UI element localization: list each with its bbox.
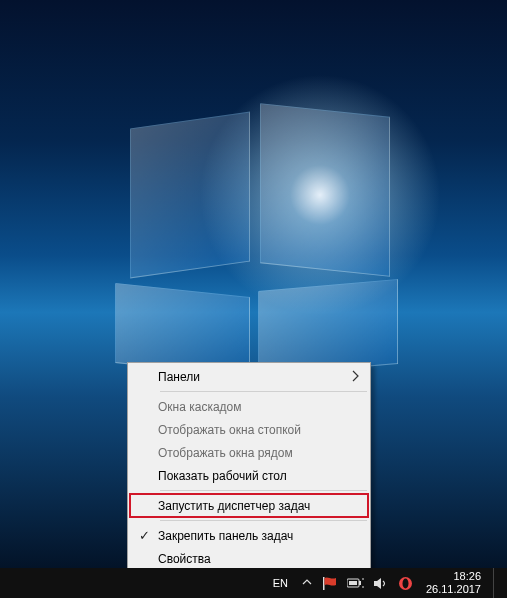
menu-item-label: Отображать окна стопкой bbox=[158, 423, 344, 437]
volume-icon[interactable] bbox=[372, 575, 389, 592]
menu-item-properties[interactable]: Свойства bbox=[130, 547, 368, 570]
menu-separator bbox=[160, 490, 367, 491]
svg-rect-2 bbox=[359, 581, 361, 585]
clock-date: 26.11.2017 bbox=[426, 583, 481, 596]
taskbar-clock[interactable]: 18:26 26.11.2017 bbox=[422, 570, 481, 596]
language-indicator[interactable]: EN bbox=[269, 577, 292, 589]
tray-overflow-icon[interactable] bbox=[300, 577, 314, 589]
svg-point-5 bbox=[402, 578, 408, 588]
clock-time: 18:26 bbox=[426, 570, 481, 583]
menu-separator bbox=[160, 520, 367, 521]
menu-item-label: Запустить диспетчер задач bbox=[158, 499, 344, 513]
menu-item-sidebyside[interactable]: Отображать окна рядом bbox=[130, 441, 368, 464]
menu-item-label: Отображать окна рядом bbox=[158, 446, 344, 460]
menu-separator bbox=[160, 391, 367, 392]
taskbar[interactable]: EN 18:26 26.11.2017 bbox=[0, 568, 507, 598]
menu-item-label: Панели bbox=[158, 370, 344, 384]
checkmark-icon: ✓ bbox=[139, 528, 150, 543]
menu-item-label: Закрепить панель задач bbox=[158, 529, 344, 543]
menu-item-label: Окна каскадом bbox=[158, 400, 344, 414]
opera-icon[interactable] bbox=[397, 575, 414, 592]
menu-item-task-manager[interactable]: Запустить диспетчер задач bbox=[130, 494, 368, 517]
menu-item-label: Свойства bbox=[158, 552, 344, 566]
menu-item-lock-taskbar[interactable]: ✓ Закрепить панель задач bbox=[130, 524, 368, 547]
submenu-arrow-icon bbox=[352, 369, 360, 386]
svg-rect-0 bbox=[323, 577, 325, 590]
flag-icon[interactable] bbox=[322, 575, 339, 592]
show-desktop-button[interactable] bbox=[493, 568, 499, 598]
menu-item-panels[interactable]: Панели bbox=[130, 365, 368, 388]
svg-rect-3 bbox=[349, 581, 357, 585]
power-icon[interactable] bbox=[347, 575, 364, 592]
menu-item-show-desktop[interactable]: Показать рабочий стол bbox=[130, 464, 368, 487]
taskbar-context-menu: Панели Окна каскадом Отображать окна сто… bbox=[127, 362, 371, 573]
menu-item-stack[interactable]: Отображать окна стопкой bbox=[130, 418, 368, 441]
menu-item-cascade[interactable]: Окна каскадом bbox=[130, 395, 368, 418]
system-tray: EN 18:26 26.11.2017 bbox=[269, 568, 507, 598]
menu-item-label: Показать рабочий стол bbox=[158, 469, 344, 483]
